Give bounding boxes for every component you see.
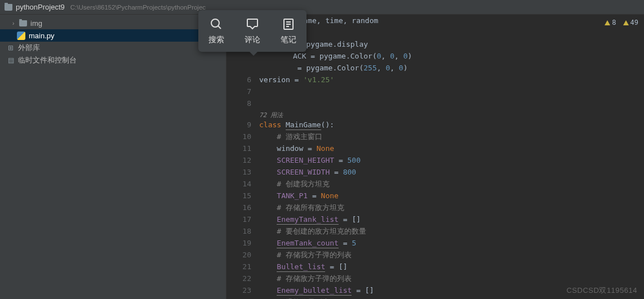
line-number: 12 bbox=[226, 154, 251, 166]
line-number: 16 bbox=[226, 202, 251, 213]
gutter: 1 6 7 8 9 10 11 12 13 14 15 16 17 18 19 … bbox=[226, 15, 259, 299]
code-line: EnemyTank_list = [] bbox=[259, 213, 644, 225]
popup-notes-button[interactable]: 笔记 bbox=[281, 17, 296, 45]
python-file-icon bbox=[17, 32, 25, 40]
code-line: # 存储所有敌方坦克 bbox=[259, 202, 644, 213]
external-libs-label: 外部库 bbox=[18, 43, 40, 53]
code-line: # 游戏主窗口 bbox=[259, 131, 644, 142]
folder-label: img bbox=[30, 19, 42, 28]
line-number: 6 bbox=[226, 74, 251, 86]
line-number: 21 bbox=[226, 261, 251, 273]
popup-label: 笔记 bbox=[281, 35, 296, 45]
code-line: # 存储敌方子弹的列表 bbox=[259, 273, 644, 284]
line-number: 11 bbox=[226, 142, 251, 154]
header: pythonProject9 C:\Users\86152\PycharmPro… bbox=[0, 0, 644, 15]
code-line: = pygame.Color(255, 0, 0) bbox=[259, 62, 644, 74]
folder-icon bbox=[19, 20, 27, 26]
line-number: 18 bbox=[226, 225, 251, 237]
svg-line-1 bbox=[218, 26, 221, 29]
folder-icon bbox=[5, 4, 12, 11]
sidebar-item-img[interactable]: › img bbox=[0, 17, 226, 29]
code-line: version = 'v1.25' bbox=[259, 74, 644, 86]
line-number bbox=[226, 50, 251, 62]
sidebar-item-temp-files[interactable]: ▤ 临时文件和控制台 bbox=[0, 54, 226, 66]
search-icon bbox=[209, 17, 224, 32]
line-number: 22 bbox=[226, 273, 251, 284]
code-line bbox=[259, 26, 644, 38]
code-editor[interactable]: 8 49 1 6 7 8 9 10 11 12 13 14 15 16 bbox=[226, 15, 644, 299]
popup-label: 评论 bbox=[245, 35, 260, 45]
code-line: class MainGame(): bbox=[259, 119, 644, 131]
code-line bbox=[259, 97, 644, 109]
popup-comment-button[interactable]: 评论 bbox=[245, 17, 260, 45]
notes-icon bbox=[281, 17, 296, 32]
main-area: › img main.py ⊞ 外部库 ▤ 临时文件和控制台 8 49 bbox=[0, 15, 644, 299]
line-number: 24 bbox=[226, 296, 251, 299]
line-number: 20 bbox=[226, 249, 251, 261]
line-number bbox=[226, 62, 251, 74]
code-line: # 创建我方坦克 bbox=[259, 178, 644, 190]
code-line: = pygame.display bbox=[259, 38, 644, 50]
code-line: # 爆炸效果列表 bbox=[259, 296, 644, 299]
code-line: SCREEN_HEIGHT = 500 bbox=[259, 154, 644, 166]
line-number: 13 bbox=[226, 166, 251, 178]
warning-item-1[interactable]: 8 bbox=[605, 17, 616, 29]
watermark: CSDCSD双1195614 bbox=[566, 285, 637, 296]
code-line: # 要创建的敌方坦克的数量 bbox=[259, 225, 644, 237]
code-line: SCREEN_WIDTH = 800 bbox=[259, 166, 644, 178]
code-line: window = None bbox=[259, 142, 644, 154]
warning-triangle-icon bbox=[605, 20, 610, 25]
project-name: pythonProject9 bbox=[16, 3, 65, 11]
line-number: 8 bbox=[226, 97, 251, 109]
svg-point-0 bbox=[211, 19, 219, 27]
line-number: 9 bbox=[226, 119, 251, 131]
project-path: C:\Users\86152\PycharmProjects\pythonPro… bbox=[70, 4, 206, 11]
chevron-right-icon: › bbox=[12, 20, 17, 26]
warning-count: 8 bbox=[612, 17, 616, 29]
code-line: TANK_P1 = None bbox=[259, 190, 644, 202]
sidebar-item-main-py[interactable]: main.py bbox=[0, 29, 226, 42]
action-popup: 搜索 评论 笔记 bbox=[198, 10, 307, 52]
warning-item-2[interactable]: 49 bbox=[623, 17, 638, 29]
code-line bbox=[259, 86, 644, 97]
chat-bubble-icon bbox=[245, 17, 260, 32]
line-number: 15 bbox=[226, 190, 251, 202]
line-number: 23 bbox=[226, 284, 251, 296]
warnings-bar[interactable]: 8 49 bbox=[605, 17, 638, 29]
line-number: 14 bbox=[226, 178, 251, 190]
code-line: Bullet_list = [] bbox=[259, 261, 644, 273]
code-line: EnemTank_count = 5 bbox=[259, 237, 644, 249]
popup-search-button[interactable]: 搜索 bbox=[208, 17, 224, 45]
code-content[interactable]: import pygame, time, random = pygame.dis… bbox=[259, 15, 644, 299]
code-line: import pygame, time, random bbox=[259, 15, 644, 26]
sidebar: › img main.py ⊞ 外部库 ▤ 临时文件和控制台 bbox=[0, 15, 226, 299]
code-line: ACK = pygame.Color(0, 0, 0) bbox=[259, 50, 644, 62]
line-number: 17 bbox=[226, 213, 251, 225]
warning-count: 49 bbox=[630, 17, 638, 29]
usage-hint: 72 用法 bbox=[259, 109, 644, 119]
library-icon: ⊞ bbox=[7, 44, 15, 52]
code-line: # 存储我方子弹的列表 bbox=[259, 249, 644, 261]
console-icon: ▤ bbox=[7, 56, 15, 64]
warning-triangle-icon bbox=[623, 20, 629, 25]
line-number: 7 bbox=[226, 86, 251, 97]
popup-label: 搜索 bbox=[208, 35, 224, 45]
temp-files-label: 临时文件和控制台 bbox=[18, 55, 77, 65]
sidebar-item-external-libs[interactable]: ⊞ 外部库 bbox=[0, 42, 226, 54]
file-label: main.py bbox=[29, 32, 55, 40]
line-number: 10 bbox=[226, 131, 251, 142]
line-number: 19 bbox=[226, 237, 251, 249]
